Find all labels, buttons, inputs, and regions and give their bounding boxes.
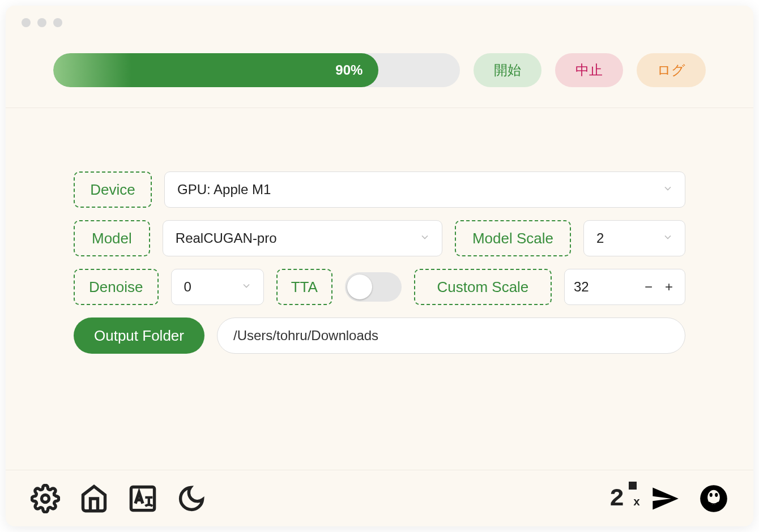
chevron-down-icon (662, 182, 673, 198)
label-custom-scale: Custom Scale (414, 269, 552, 305)
stop-button[interactable]: 中止 (555, 53, 623, 87)
progress-bar: 90% (53, 53, 460, 87)
row-device: Device GPU: Apple M1 (74, 171, 685, 208)
model-scale-select[interactable]: 2 (583, 220, 685, 256)
titlebar (6, 6, 753, 40)
chevron-down-icon (241, 279, 252, 295)
moon-icon[interactable] (177, 484, 206, 513)
label-model-scale: Model Scale (455, 220, 571, 256)
model-value: RealCUGAN-pro (176, 230, 277, 246)
settings-form: Device GPU: Apple M1 Model RealCUGAN-pro… (6, 108, 753, 354)
row-denoise: Denoise 0 TTA Custom Scale 32 − + (74, 269, 685, 305)
custom-scale-stepper[interactable]: 32 − + (564, 269, 685, 305)
tta-toggle[interactable] (345, 272, 402, 302)
traffic-light-zoom[interactable] (53, 18, 62, 27)
denoise-value: 0 (184, 279, 191, 295)
model-select[interactable]: RealCUGAN-pro (163, 220, 442, 256)
traffic-light-minimize[interactable] (37, 18, 46, 27)
log-button[interactable]: ログ (637, 53, 706, 87)
settings-icon[interactable] (31, 484, 60, 513)
chevron-down-icon (419, 230, 430, 246)
row-model: Model RealCUGAN-pro Model Scale 2 (74, 220, 685, 256)
toggle-knob (347, 274, 372, 299)
app-window: 90% 開始 中止 ログ Device GPU: Apple M1 Model … (6, 6, 753, 526)
svg-point-9 (710, 493, 713, 497)
chevron-down-icon (662, 230, 673, 246)
qq-icon[interactable] (699, 484, 728, 513)
svg-rect-6 (634, 487, 637, 490)
denoise-select[interactable]: 0 (171, 269, 264, 305)
output-folder-value: /Users/tohru/Downloads (233, 328, 378, 344)
progress-label: 90% (335, 62, 363, 78)
traffic-light-close[interactable] (22, 18, 31, 27)
language-icon[interactable] (128, 484, 157, 513)
output-folder-button[interactable]: Output Folder (74, 318, 204, 354)
decrement-button[interactable]: − (642, 279, 655, 295)
svg-point-0 (42, 495, 49, 502)
model-scale-value: 2 (596, 230, 604, 246)
increment-button[interactable]: + (662, 279, 676, 295)
label-tta: TTA (276, 269, 333, 305)
header: 90% 開始 中止 ログ (6, 40, 753, 108)
device-select[interactable]: GPU: Apple M1 (164, 171, 685, 208)
footer: 2 x (6, 470, 753, 526)
label-device: Device (74, 171, 152, 208)
waifu2x-icon[interactable]: 2 x (602, 484, 631, 513)
home-icon[interactable] (79, 484, 109, 513)
start-button[interactable]: 開始 (474, 53, 541, 87)
svg-point-10 (715, 493, 718, 497)
progress-fill: 90% (53, 53, 378, 87)
device-value: GPU: Apple M1 (177, 182, 271, 198)
send-icon[interactable] (650, 484, 680, 513)
pixel-icon (629, 482, 637, 490)
custom-scale-value: 32 (574, 279, 635, 295)
label-denoise: Denoise (74, 269, 159, 305)
svg-rect-5 (629, 487, 632, 490)
output-folder-input[interactable]: /Users/tohru/Downloads (217, 318, 685, 354)
label-model: Model (74, 220, 150, 256)
row-output: Output Folder /Users/tohru/Downloads (74, 318, 685, 354)
